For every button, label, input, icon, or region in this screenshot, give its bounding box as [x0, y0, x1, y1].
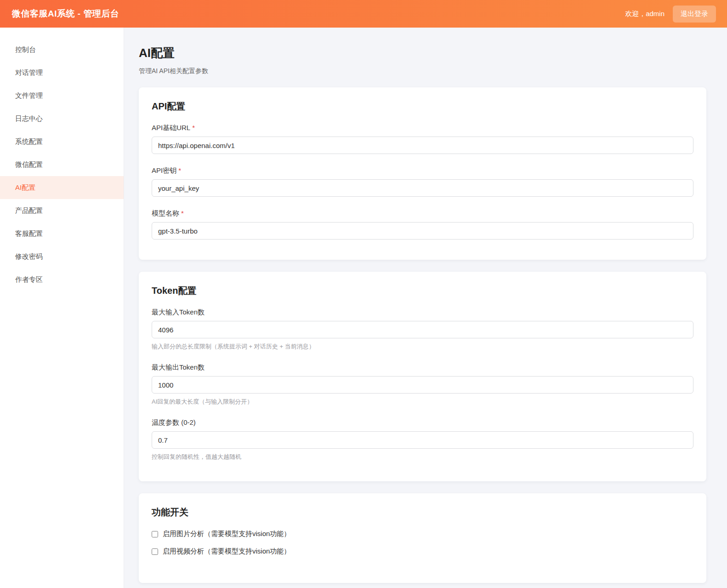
enable-image-analysis-label: 启用图片分析（需要模型支持vision功能）: [163, 530, 290, 538]
api-config-card-title: API配置: [152, 100, 693, 113]
api-key-label: API密钥*: [152, 166, 693, 175]
token-config-card-title: Token配置: [152, 285, 693, 297]
model-name-field: 模型名称*: [152, 209, 693, 240]
welcome-text: 欢迎，admin: [625, 10, 665, 18]
sidebar: 控制台 对话管理 文件管理 日志中心 系统配置 微信配置 AI配置 产品配置 客…: [0, 28, 124, 588]
max-input-tokens-field: 最大输入Token数 输入部分的总长度限制（系统提示词 + 对话历史 + 当前消…: [152, 308, 693, 351]
sidebar-item-change-password[interactable]: 修改密码: [0, 245, 124, 268]
sidebar-item-system-config[interactable]: 系统配置: [0, 130, 124, 153]
sidebar-item-files[interactable]: 文件管理: [0, 84, 124, 107]
layout: 控制台 对话管理 文件管理 日志中心 系统配置 微信配置 AI配置 产品配置 客…: [0, 28, 727, 588]
api-base-url-label: API基础URL*: [152, 124, 693, 132]
api-base-url-input[interactable]: [152, 137, 693, 154]
enable-image-analysis-checkbox[interactable]: [152, 531, 158, 537]
temperature-field: 温度参数 (0-2) 控制回复的随机性，值越大越随机: [152, 418, 693, 461]
sidebar-item-conversations[interactable]: 对话管理: [0, 61, 124, 84]
enable-video-analysis-label: 启用视频分析（需要模型支持vision功能）: [163, 547, 290, 556]
temperature-hint: 控制回复的随机性，值越大越随机: [152, 453, 693, 461]
page-subtitle: 管理AI API相关配置参数: [139, 67, 706, 75]
token-config-card: Token配置 最大输入Token数 输入部分的总长度限制（系统提示词 + 对话…: [139, 272, 706, 481]
max-output-tokens-label: 最大输出Token数: [152, 363, 693, 372]
api-config-card: API配置 API基础URL* API密钥* 模型名称*: [139, 87, 706, 260]
model-name-label: 模型名称*: [152, 209, 693, 218]
sidebar-item-product-config[interactable]: 产品配置: [0, 199, 124, 222]
api-base-url-field: API基础URL*: [152, 124, 693, 154]
api-base-url-label-text: API基础URL: [152, 124, 190, 131]
model-name-input[interactable]: [152, 222, 693, 240]
enable-video-analysis-checkbox[interactable]: [152, 548, 158, 555]
main-content: AI配置 管理AI API相关配置参数 API配置 API基础URL* API密…: [124, 28, 727, 588]
enable-video-analysis-row: 启用视频分析（需要模型支持vision功能）: [152, 547, 693, 556]
max-output-tokens-field: 最大输出Token数 AI回复的最大长度（与输入限制分开）: [152, 363, 693, 406]
max-input-tokens-input[interactable]: [152, 321, 693, 338]
max-output-tokens-hint: AI回复的最大长度（与输入限制分开）: [152, 398, 693, 406]
temperature-input[interactable]: [152, 431, 693, 449]
max-output-tokens-input[interactable]: [152, 376, 693, 394]
app-header: 微信客服AI系统 - 管理后台 欢迎，admin 退出登录: [0, 0, 727, 28]
required-mark: *: [192, 124, 195, 131]
required-mark: *: [181, 209, 184, 217]
max-input-tokens-hint: 输入部分的总长度限制（系统提示词 + 对话历史 + 当前消息）: [152, 343, 693, 351]
temperature-label: 温度参数 (0-2): [152, 418, 693, 427]
api-key-input[interactable]: [152, 179, 693, 197]
sidebar-item-logs[interactable]: 日志中心: [0, 107, 124, 130]
max-input-tokens-label: 最大输入Token数: [152, 308, 693, 317]
sidebar-item-ai-config[interactable]: AI配置: [0, 176, 124, 199]
sidebar-item-wechat-config[interactable]: 微信配置: [0, 153, 124, 176]
sidebar-item-dashboard[interactable]: 控制台: [0, 38, 124, 61]
sidebar-item-service-config[interactable]: 客服配置: [0, 222, 124, 245]
app-title: 微信客服AI系统 - 管理后台: [12, 8, 119, 20]
api-key-field: API密钥*: [152, 166, 693, 197]
required-mark: *: [178, 166, 181, 174]
header-right: 欢迎，admin 退出登录: [625, 6, 716, 23]
api-key-label-text: API密钥: [152, 166, 176, 174]
feature-switch-card-title: 功能开关: [152, 506, 693, 519]
sidebar-item-author-zone[interactable]: 作者专区: [0, 268, 124, 291]
enable-image-analysis-row: 启用图片分析（需要模型支持vision功能）: [152, 530, 693, 538]
logout-button[interactable]: 退出登录: [673, 6, 716, 23]
model-name-label-text: 模型名称: [152, 209, 179, 217]
feature-switch-card: 功能开关 启用图片分析（需要模型支持vision功能） 启用视频分析（需要模型支…: [139, 493, 706, 583]
page-title: AI配置: [139, 45, 706, 61]
